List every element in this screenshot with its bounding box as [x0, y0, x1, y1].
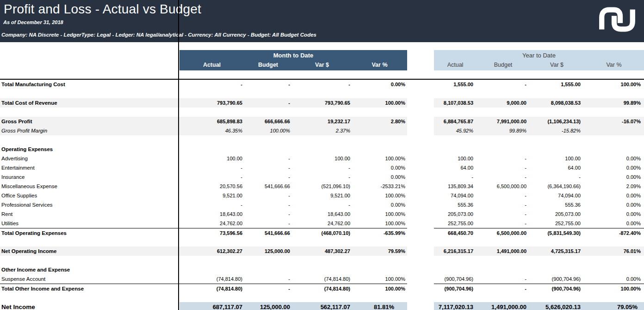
ytd-values [434, 89, 644, 98]
cell-mtd-actual: 73,596.56 [180, 228, 244, 238]
mtd-values: ---0.00% [180, 172, 407, 182]
column-gutter [407, 117, 434, 126]
cell-mtd-var-percent: 0.00% [352, 163, 407, 172]
mtd-values [180, 108, 407, 117]
cell-ytd-var-percent [584, 126, 644, 135]
cell-ytd-actual [434, 108, 477, 117]
cell-ytd-budget [477, 237, 530, 247]
ytd-values: 74,094.00-74,094.000.00% [434, 191, 644, 200]
label-and-mtd-zone: Total Other Income and Expense(74,814.80… [0, 284, 407, 293]
cell-ytd-actual: 7,117,020.13 [434, 302, 477, 310]
label-and-mtd-zone: Rent18,643.00-18,643.00100.00% [0, 209, 407, 219]
row-label: Professional Services [0, 200, 180, 209]
ytd-col-actual: Actual [434, 60, 477, 70]
cell-mtd-actual: 687,117.07 [180, 302, 244, 310]
row-label: Insurance [0, 172, 180, 182]
cell-mtd-var-dollar: 100.00 [292, 154, 352, 163]
cell-ytd-var-dollar: 1,555.00 [530, 80, 584, 89]
ytd-values: 252,755.00-252,755.000.00% [434, 219, 644, 228]
label-and-mtd-zone: Net Operating Income612,302.27125,000.00… [0, 247, 407, 256]
column-gutter [407, 135, 434, 145]
row-label [0, 237, 180, 247]
cell-mtd-var-percent: 100.00% [352, 209, 407, 219]
ytd-values [434, 237, 644, 247]
row-label: Advertising [0, 154, 180, 163]
company-logo-icon [597, 5, 638, 36]
ytd-col-var-dollar: Var $ [530, 60, 584, 70]
ytd-values [434, 145, 644, 154]
row-operating-expenses: Operating Expenses [0, 145, 644, 154]
cell-mtd-budget: - [244, 219, 292, 228]
spacer-row [0, 256, 644, 265]
cell-mtd-var-percent: 2.80% [352, 117, 407, 126]
ytd-values: 555.36-555.360.00% [434, 200, 644, 209]
column-gutter [407, 200, 434, 209]
row-entertainment: Entertainment---0.00%64.00-64.000.00% [0, 163, 644, 172]
mtd-values: (74,814.80)-(74,814.80)100.00% [180, 274, 407, 284]
cell-ytd-budget: 6,500,000.00 [477, 228, 530, 238]
column-gutter [407, 237, 434, 247]
cell-ytd-budget: - [477, 163, 530, 172]
mtd-col-actual: Actual [180, 60, 244, 70]
column-gutter [407, 284, 434, 293]
ytd-values: 668,450.706,500,000.00(5,831,549.30)-872… [434, 228, 644, 237]
cell-mtd-var-percent: 0.00% [352, 172, 407, 182]
label-and-mtd-zone: Utilities24,762.00-24,762.00100.00% [0, 219, 407, 228]
mtd-values: 612,302.27125,000.00487,302.2779.59% [180, 247, 407, 256]
cell-ytd-var-dollar: -15.82% [530, 126, 584, 135]
label-and-mtd-zone: Miscellaneous Expense20,570.56541,666.66… [0, 182, 407, 191]
cell-ytd-budget: - [477, 80, 530, 89]
cell-ytd-var-percent: 0.00% [584, 172, 644, 182]
cell-ytd-budget: - [477, 191, 530, 200]
cell-ytd-var-percent [584, 145, 644, 154]
cell-ytd-var-percent: 100.00% [584, 80, 644, 89]
column-gutter [407, 145, 434, 154]
mtd-values: ---0.00% [180, 163, 407, 172]
cell-ytd-var-percent [584, 135, 644, 145]
label-and-mtd-zone [0, 237, 407, 247]
mtd-values: 100.00-100.00100.00% [180, 154, 407, 163]
cell-ytd-budget [477, 256, 530, 265]
label-and-mtd-zone [0, 135, 407, 145]
row-label: Other Income and Expense [0, 265, 180, 274]
ytd-group-label: Year to Date [434, 50, 644, 60]
cell-mtd-actual: 20,570.56 [180, 182, 244, 191]
mtd-values: 24,762.00-24,762.00100.00% [180, 219, 407, 228]
cell-mtd-var-dollar: 2.37% [292, 126, 352, 135]
label-and-mtd-zone: Entertainment---0.00% [0, 163, 407, 172]
row-other-income-and-expense: Other Income and Expense [0, 265, 644, 274]
cell-mtd-var-dollar: (74,814.80) [292, 274, 352, 284]
mtd-col-var-dollar: Var $ [292, 60, 352, 70]
mtd-values: ---0.00% [180, 200, 407, 209]
cell-ytd-budget [477, 89, 530, 98]
cell-mtd-var-dollar: 562,117.07 [292, 302, 352, 310]
cell-mtd-budget [244, 108, 292, 117]
cell-ytd-var-dollar [530, 89, 584, 98]
cell-mtd-var-percent: -635.99% [352, 228, 407, 238]
label-and-mtd-zone: Suspense Account(74,814.80)-(74,814.80)1… [0, 274, 407, 284]
ytd-values: ---0.00% [434, 172, 644, 182]
label-and-mtd-zone: Gross Profit685,898.83666,666.6619,232.1… [0, 117, 407, 126]
cell-ytd-var-percent: 0.00% [584, 219, 644, 228]
column-gutter [407, 228, 434, 237]
cell-ytd-var-dollar: 8,098,038.53 [530, 98, 584, 108]
cell-ytd-budget: 1,491,000.00 [477, 247, 530, 256]
cell-mtd-var-percent: 0.00% [352, 80, 407, 89]
cell-mtd-actual: 9,521.00 [180, 191, 244, 200]
cell-ytd-actual: 6,884,765.87 [434, 117, 477, 126]
cell-mtd-actual: - [180, 200, 244, 209]
cell-mtd-var-dollar [292, 145, 352, 154]
label-and-mtd-zone: Insurance---0.00% [0, 172, 407, 182]
ytd-values: (900,704.96)-(900,704.96)0.00% [434, 274, 644, 284]
column-gutter [407, 219, 434, 228]
cell-mtd-var-percent: 100.00% [352, 219, 407, 228]
cell-mtd-var-percent: 100.00% [352, 284, 407, 293]
cell-mtd-var-percent: 100.00% [352, 98, 407, 108]
column-gutter [407, 265, 434, 274]
cell-mtd-budget: - [244, 172, 292, 182]
ytd-values [434, 135, 644, 145]
row-net-operating-income: Net Operating Income612,302.27125,000.00… [0, 247, 644, 256]
column-gutter [407, 256, 434, 265]
cell-mtd-actual: - [180, 163, 244, 172]
label-and-mtd-zone: Professional Services---0.00% [0, 200, 407, 209]
